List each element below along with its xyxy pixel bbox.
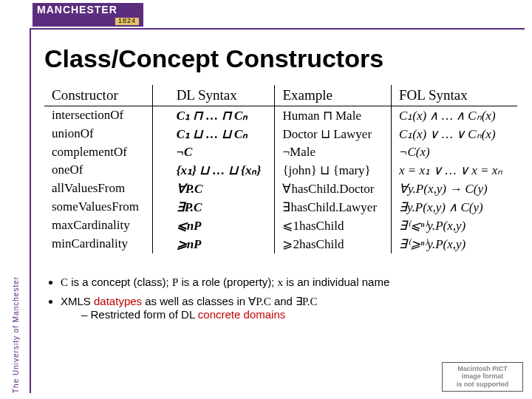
cell-dl: {x₁} ⊔ … ⊔ {xₙ} (169, 161, 275, 180)
logo-year: 1824 (115, 18, 139, 25)
pict-placeholder: Macintosh PICT image format is not suppo… (442, 362, 523, 392)
cell-example: Human ⊓ Male (275, 106, 392, 125)
th-spacer1 (153, 85, 169, 106)
th-constructor: Constructor (44, 85, 153, 106)
cell-dl: ⩽nP (169, 216, 275, 235)
cell-constructor: unionOf (44, 125, 153, 143)
cell-example: ∃hasChild.Lawyer (275, 198, 392, 216)
page-title: Class/Concept Constructors (44, 44, 517, 73)
constructors-table: Constructor DL Syntax Example FOL Syntax… (44, 85, 517, 253)
table-row: intersectionOfC₁ ⊓ … ⊓ CₙHuman ⊓ MaleC₁(… (44, 106, 517, 125)
table-row: complementOf¬C¬Male¬C(x) (44, 143, 517, 161)
cell-dl: ∀P.C (169, 180, 275, 198)
cell-constructor: maxCardinality (44, 216, 153, 235)
cell-example: {john} ⊔ {mary} (275, 161, 392, 180)
vertical-rule (30, 28, 31, 393)
cell-spacer (153, 125, 169, 143)
cell-dl: ¬C (169, 143, 275, 161)
cell-spacer (153, 235, 169, 253)
sidebar-university-name: The University of Manchester (12, 30, 30, 393)
th-example: Example (275, 85, 392, 106)
slide-content: Class/Concept Constructors Constructor D… (44, 44, 517, 384)
table-row: unionOfC₁ ⊔ … ⊔ CₙDoctor ⊔ LawyerC₁(x) ∨… (44, 125, 517, 143)
table-row: minCardinality⩾nP⩾2hasChild∃⁽⩾ⁿ⁾y.P(x,y) (44, 235, 517, 253)
cell-fol: C₁(x) ∧ … ∧ Cₙ(x) (392, 106, 517, 125)
table-row: allValuesFrom∀P.C∀hasChild.Doctor∀y.P(x,… (44, 180, 517, 198)
logo-text: MANCHESTER (37, 4, 139, 16)
table-row: someValuesFrom∃P.C∃hasChild.Lawyer∃y.P(x… (44, 198, 517, 216)
cell-fol: ¬C(x) (392, 143, 517, 161)
cell-fol: ∀y.P(x,y) → C(y) (392, 180, 517, 198)
cell-fol: ∃⁽⩾ⁿ⁾y.P(x,y) (392, 235, 517, 253)
cell-spacer (153, 198, 169, 216)
cell-constructor: complementOf (44, 143, 153, 161)
bullet-2-sub: Restricted form of DL concrete domains (81, 308, 517, 321)
cell-dl: C₁ ⊓ … ⊓ Cₙ (169, 106, 275, 125)
th-dl: DL Syntax (169, 85, 275, 106)
table-row: oneOf{x₁} ⊔ … ⊔ {xₙ}{john} ⊔ {mary}x = x… (44, 161, 517, 180)
cell-constructor: intersectionOf (44, 106, 153, 125)
cell-fol: ∃⁽⩽ⁿ⁾y.P(x,y) (392, 216, 517, 235)
cell-spacer (153, 106, 169, 125)
cell-constructor: oneOf (44, 161, 153, 180)
notes: C is a concept (class); P is a role (pro… (44, 276, 517, 321)
cell-example: Doctor ⊔ Lawyer (275, 125, 392, 143)
cell-fol: ∃y.P(x,y) ∧ C(y) (392, 198, 517, 216)
th-fol: FOL Syntax (392, 85, 517, 106)
cell-spacer (153, 143, 169, 161)
cell-example: ⩽1hasChild (275, 216, 392, 235)
horizontal-rule (31, 28, 525, 30)
bullet-1: C is a concept (class); P is a role (pro… (61, 276, 517, 289)
cell-spacer (153, 180, 169, 198)
cell-example: ⩾2hasChild (275, 235, 392, 253)
cell-dl: ∃P.C (169, 198, 275, 216)
cell-spacer (153, 161, 169, 180)
bullet-2: XMLS datatypes as well as classes in ∀P.… (61, 295, 517, 321)
cell-dl: ⩾nP (169, 235, 275, 253)
table-row: maxCardinality⩽nP⩽1hasChild∃⁽⩽ⁿ⁾y.P(x,y) (44, 216, 517, 235)
cell-fol: C₁(x) ∨ … ∨ Cₙ(x) (392, 125, 517, 143)
cell-constructor: someValuesFrom (44, 198, 153, 216)
cell-constructor: minCardinality (44, 235, 153, 253)
university-logo: MANCHESTER 1824 (33, 3, 143, 27)
cell-dl: C₁ ⊔ … ⊔ Cₙ (169, 125, 275, 143)
cell-example: ¬Male (275, 143, 392, 161)
cell-example: ∀hasChild.Doctor (275, 180, 392, 198)
cell-spacer (153, 216, 169, 235)
cell-fol: x = x₁ ∨ … ∨ x = xₙ (392, 161, 517, 180)
cell-constructor: allValuesFrom (44, 180, 153, 198)
